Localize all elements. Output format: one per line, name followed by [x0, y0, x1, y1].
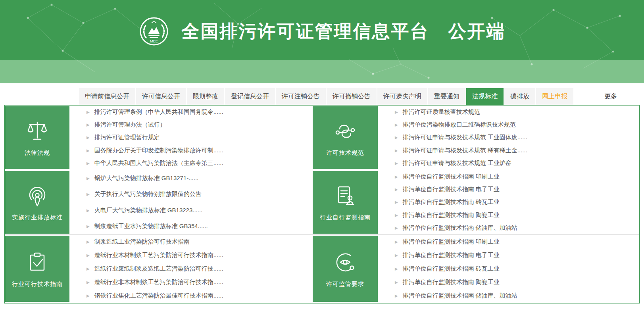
doc-link[interactable]: ▶造纸行业非木材制浆工艺污染防治可行技术指......	[87, 279, 308, 286]
doc-link[interactable]: ▶排污许可证质量核查技术规范	[395, 108, 635, 116]
triangle-bullet-icon: ▶	[87, 280, 90, 284]
doc-link[interactable]: ▶火电厂大气污染物排放标准 GB13223......	[87, 207, 308, 214]
triangle-bullet-icon: ▶	[395, 123, 398, 127]
tab-permit-loss-statement[interactable]: 许可遗失声明	[377, 88, 427, 105]
triangle-bullet-icon: ▶	[395, 110, 398, 114]
doc-link[interactable]: ▶排污许可管理条例（中华人民共和国国务院令......	[87, 108, 308, 116]
doc-link[interactable]: ▶排污单位自行监测技术指南 印刷工业	[395, 238, 635, 246]
header-subband	[0, 60, 644, 83]
doc-link[interactable]: ▶排污单位自行监测技术指南 陶瓷工业	[395, 279, 635, 286]
doc-link[interactable]: ▶排污单位自行监测技术指南 砖瓦工业	[395, 198, 635, 206]
document-person-icon	[333, 183, 358, 209]
tab-deadline-rectification[interactable]: 限期整改	[187, 88, 224, 105]
doc-link[interactable]: ▶排污单位污染物排放口二维码标识技术规范	[395, 121, 635, 129]
tab-registration-info-disclosure[interactable]: 登记信息公开	[225, 88, 275, 105]
doc-link[interactable]: ▶制浆造纸工业污染防治可行技术指南	[87, 238, 308, 246]
doc-link[interactable]: ▶排污单位自行监测技术指南 电子工业	[395, 186, 635, 193]
triangle-bullet-icon: ▶	[87, 192, 90, 196]
triangle-bullet-icon: ▶	[395, 148, 398, 153]
doc-link[interactable]: ▶制浆造纸工业水污染物排放标准 GB354......	[87, 223, 308, 230]
header-banner: MEE 全国排污许可证管理信息平台 公开端	[0, 0, 644, 83]
mee-logo-text: MEE	[150, 39, 158, 43]
doc-link[interactable]: ▶排污单位自行监测技术指南 储油库、加油站	[395, 224, 635, 232]
tab-permit-revocation-notice[interactable]: 许可撤销公告	[327, 88, 377, 105]
triangle-bullet-icon: ▶	[395, 213, 398, 217]
supervision-requirements-list: ▶排污单位自行监测技术指南 印刷工业 ▶排污单位自行监测技术指南 电子工业 ▶排…	[378, 235, 639, 303]
triangle-bullet-icon: ▶	[87, 253, 90, 257]
scales-icon	[25, 119, 50, 144]
mee-logo: MEE	[139, 16, 169, 46]
more-link[interactable]: 更多	[604, 88, 617, 105]
eye-circle-icon	[333, 250, 358, 275]
header-top-band: MEE 全国排污许可证管理信息平台 公开端	[0, 0, 644, 60]
category-label: 实施行业排放标准	[12, 214, 63, 221]
tab-regulations-standards[interactable]: 法规标准	[466, 88, 504, 105]
tab-pre-application-disclosure[interactable]: 申请前信息公开	[79, 88, 135, 105]
doc-link[interactable]: ▶排污单位自行监测技术指南 陶瓷工业	[395, 211, 635, 219]
tab-important-notice[interactable]: 重要通知	[428, 88, 465, 105]
triangle-bullet-icon: ▶	[395, 267, 398, 271]
clipboard-check-icon	[25, 250, 50, 275]
self-monitoring-list: ▶排污单位自行监测技术指南 印刷工业 ▶排污单位自行监测技术指南 电子工业 ▶排…	[378, 170, 639, 234]
category-label: 行业自行监测指南	[320, 214, 371, 221]
doc-link[interactable]: ▶排污单位自行监测技术指南 砖瓦工业	[395, 265, 635, 273]
triangle-bullet-icon: ▶	[395, 200, 398, 204]
triangle-bullet-icon: ▶	[87, 148, 90, 153]
doc-link[interactable]: ▶关于执行大气污染物特别排放限值的公告	[87, 190, 308, 198]
triangle-bullet-icon: ▶	[87, 161, 90, 165]
panel-row-2: 实施行业排放标准 ▶锅炉大气污染物排放标准 GB13271-...... ▶关于…	[5, 170, 639, 234]
category-label: 法律法规	[25, 149, 50, 157]
category-label: 行业可行技术指南	[12, 280, 63, 288]
triangle-bullet-icon: ▶	[395, 187, 398, 192]
category-label: 许可监管要求	[326, 280, 364, 288]
tab-online-declaration[interactable]: 网上申报	[536, 88, 573, 105]
category-label: 许可技术规范	[326, 149, 364, 157]
triangle-bullet-icon: ▶	[395, 175, 398, 179]
doc-link[interactable]: ▶排污许可证申请与核发技术规范 工业炉窑	[395, 159, 635, 167]
category-card-permit-tech-spec: 许可技术规范	[313, 106, 378, 169]
panel-row-1: 法律法规 ▶排污许可管理条例（中华人民共和国国务院令...... ▶排污许可管理…	[5, 106, 639, 170]
tab-permit-cancellation-notice[interactable]: 许可注销公告	[276, 88, 326, 105]
triangle-bullet-icon: ▶	[87, 135, 90, 140]
triangle-bullet-icon: ▶	[87, 123, 90, 127]
tab-carbon-emission[interactable]: 碳排放	[504, 88, 535, 105]
category-card-industry-emission-standards: 实施行业排放标准	[5, 171, 69, 234]
page-title: 全国排污许可证管理信息平台 公开端	[182, 19, 506, 43]
category-card-supervision-requirements: 许可监管要求	[313, 236, 378, 302]
doc-link[interactable]: ▶排污许可证管理暂行规定	[87, 134, 308, 141]
doc-link[interactable]: ▶钢铁行业焦化工艺污染防治最佳可行技术指南......	[87, 292, 308, 300]
triangle-bullet-icon: ▶	[395, 226, 398, 230]
doc-link[interactable]: ▶排污单位自行监测技术指南 电子工业	[395, 252, 635, 259]
panel-row-3: 行业可行技术指南 ▶制浆造纸工业污染防治可行技术指南 ▶造纸行业木材制浆工艺污染…	[5, 234, 639, 303]
doc-link[interactable]: ▶排污许可证申请与核发技术规范 稀有稀土金......	[395, 147, 635, 154]
tab-permit-info-disclosure[interactable]: 许可信息公开	[136, 88, 186, 105]
regulations-panel: 法律法规 ▶排污许可管理条例（中华人民共和国国务院令...... ▶排污许可管理…	[4, 105, 640, 303]
permit-tech-spec-list: ▶排污许可证质量核查技术规范 ▶排污单位污染物排放口二维码标识技术规范 ▶排污许…	[378, 106, 639, 170]
triangle-bullet-icon: ▶	[395, 240, 398, 244]
doc-link[interactable]: ▶锅炉大气污染物排放标准 GB13271-......	[87, 175, 308, 182]
doc-link[interactable]: ▶造纸行业废纸制浆及造纸工艺污染防治可行技......	[87, 265, 308, 273]
triangle-bullet-icon: ▶	[87, 110, 90, 114]
laws-list: ▶排污许可管理条例（中华人民共和国国务院令...... ▶排污许可管理办法（试行…	[70, 106, 312, 170]
chain-links-icon	[333, 119, 358, 144]
triangle-bullet-icon: ▶	[87, 224, 90, 229]
triangle-bullet-icon: ▶	[87, 240, 90, 244]
doc-link[interactable]: ▶造纸行业木材制浆工艺污染防治可行技术指南......	[87, 252, 308, 259]
triangle-bullet-icon: ▶	[87, 176, 90, 181]
doc-link[interactable]: ▶排污单位自行监测技术指南 印刷工业	[395, 173, 635, 181]
doc-link[interactable]: ▶排污许可证申请与核发技术规范 工业固体废......	[395, 134, 635, 141]
tab-bar: 申请前信息公开 许可信息公开 限期整改 登记信息公开 许可注销公告 许可撤销公告…	[4, 88, 640, 105]
doc-link[interactable]: ▶排污许可管理办法（试行）	[87, 121, 308, 129]
doc-link[interactable]: ▶中华人民共和国大气污染防治法（主席令第三......	[87, 159, 308, 167]
feasible-tech-list: ▶制浆造纸工业污染防治可行技术指南 ▶造纸行业木材制浆工艺污染防治可行技术指南.…	[70, 235, 312, 303]
doc-link[interactable]: ▶排污单位自行监测技术指南 储油库、加油站	[395, 292, 635, 300]
doc-link[interactable]: ▶国务院办公厅关于印发控制污染物排放许可制......	[87, 147, 308, 154]
emission-standards-list: ▶锅炉大气污染物排放标准 GB13271-...... ▶关于执行大气污染物特别…	[70, 170, 312, 234]
triangle-bullet-icon: ▶	[395, 280, 398, 284]
triangle-bullet-icon: ▶	[395, 253, 398, 257]
triangle-bullet-icon: ▶	[395, 161, 398, 165]
triangle-bullet-icon: ▶	[395, 135, 398, 140]
triangle-bullet-icon: ▶	[87, 267, 90, 271]
category-card-laws: 法律法规	[5, 106, 69, 169]
broadcast-icon	[25, 183, 50, 209]
